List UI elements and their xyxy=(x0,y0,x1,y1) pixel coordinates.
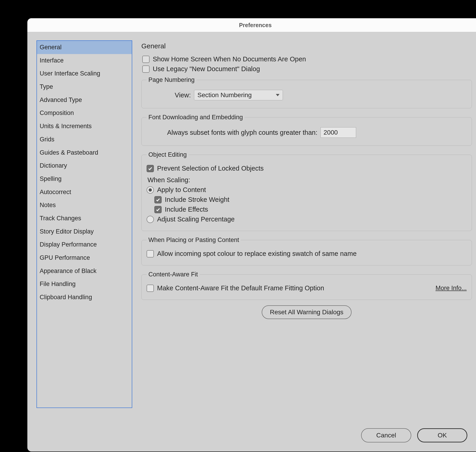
sidebar-item-label: GPU Performance xyxy=(40,254,90,261)
sidebar-item-label: Story Editor Display xyxy=(40,228,94,235)
legacy-new-doc-checkbox[interactable] xyxy=(142,66,150,73)
sidebar-item-gpu-performance[interactable]: GPU Performance xyxy=(37,251,132,265)
placing-legend: When Placing or Pasting Content xyxy=(147,237,241,244)
font-download-legend: Font Downloading and Embedding xyxy=(147,114,245,121)
sidebar-item-interface[interactable]: Interface xyxy=(37,54,132,67)
view-select-value: Section Numbering xyxy=(198,92,252,99)
allow-spot-label: Allow incoming spot colour to replace ex… xyxy=(157,250,357,258)
panel-heading: General xyxy=(141,42,472,50)
sidebar-item-label: Interface xyxy=(40,57,64,64)
check-icon xyxy=(156,207,160,212)
apply-to-content-label: Apply to Content xyxy=(157,186,206,194)
preferences-sidebar: General Interface User Interface Scaling… xyxy=(36,40,132,408)
view-select[interactable]: Section Numbering xyxy=(194,90,283,100)
apply-to-content-radio[interactable] xyxy=(147,186,154,194)
sidebar-item-dictionary[interactable]: Dictionary xyxy=(37,159,132,173)
sidebar-item-clipboard-handling[interactable]: Clipboard Handling xyxy=(37,291,132,304)
sidebar-item-notes[interactable]: Notes xyxy=(37,199,132,212)
include-stroke-checkbox[interactable] xyxy=(154,196,162,203)
sidebar-item-label: Advanced Type xyxy=(40,96,82,103)
sidebar-item-ui-scaling[interactable]: User Interface Scaling xyxy=(37,67,132,80)
show-home-label: Show Home Screen When No Documents Are O… xyxy=(153,55,306,63)
sidebar-item-guides-pasteboard[interactable]: Guides & Pasteboard xyxy=(37,146,132,160)
sidebar-item-file-handling[interactable]: File Handling xyxy=(37,278,132,291)
window-title: Preferences xyxy=(239,22,271,28)
sidebar-item-label: File Handling xyxy=(40,280,76,287)
sidebar-item-composition[interactable]: Composition xyxy=(37,106,132,120)
content-aware-legend: Content-Aware Fit xyxy=(147,271,200,278)
subset-value-input[interactable]: 2000 xyxy=(321,127,356,138)
sidebar-item-appearance-of-black[interactable]: Appearance of Black xyxy=(37,265,132,278)
sidebar-item-label: General xyxy=(40,44,62,51)
sidebar-item-label: Type xyxy=(40,83,53,90)
prevent-locked-checkbox[interactable] xyxy=(147,165,154,172)
sidebar-item-autocorrect[interactable]: Autocorrect xyxy=(37,186,132,199)
placing-group: When Placing or Pasting Content Allow in… xyxy=(141,237,472,266)
subset-label: Always subset fonts with glyph counts gr… xyxy=(167,129,317,136)
sidebar-item-label: Composition xyxy=(40,109,74,116)
sidebar-item-label: Spelling xyxy=(40,175,62,182)
ok-button[interactable]: OK xyxy=(417,428,467,442)
sidebar-item-display-performance[interactable]: Display Performance xyxy=(37,238,132,251)
allow-spot-checkbox[interactable] xyxy=(147,250,154,258)
sidebar-item-type[interactable]: Type xyxy=(37,80,132,93)
sidebar-item-label: Units & Increments xyxy=(40,123,92,130)
show-home-checkbox[interactable] xyxy=(142,56,150,63)
reset-warnings-button[interactable]: Reset All Warning Dialogs xyxy=(262,305,352,319)
adjust-scaling-radio[interactable] xyxy=(147,216,154,223)
font-download-group: Font Downloading and Embedding Always su… xyxy=(141,114,472,146)
sidebar-item-label: Clipboard Handling xyxy=(40,294,92,301)
adjust-scaling-label: Adjust Scaling Percentage xyxy=(157,215,235,223)
legacy-new-doc-label: Use Legacy "New Document" Dialog xyxy=(153,65,260,73)
sidebar-item-story-editor-display[interactable]: Story Editor Display xyxy=(37,225,132,238)
content-aware-group: Content-Aware Fit Make Content-Aware Fit… xyxy=(141,271,472,300)
sidebar-item-advanced-type[interactable]: Advanced Type xyxy=(37,93,132,107)
page-numbering-legend: Page Numbering xyxy=(147,76,197,83)
content-aware-default-label: Make Content-Aware Fit the Default Frame… xyxy=(157,284,324,292)
view-label: View: xyxy=(167,92,191,99)
sidebar-item-spelling[interactable]: Spelling xyxy=(37,173,132,186)
check-icon xyxy=(156,198,160,202)
sidebar-item-units-increments[interactable]: Units & Increments xyxy=(37,120,132,133)
sidebar-item-grids[interactable]: Grids xyxy=(37,133,132,146)
page-numbering-group: Page Numbering View: Section Numbering xyxy=(141,76,472,108)
sidebar-item-label: Appearance of Black xyxy=(40,267,96,274)
include-effects-label: Include Effects xyxy=(165,206,208,213)
dialog-footer: Cancel OK xyxy=(361,428,467,442)
sidebar-item-track-changes[interactable]: Track Changes xyxy=(37,212,132,225)
more-info-link[interactable]: More Info... xyxy=(436,285,467,292)
sidebar-item-label: Grids xyxy=(40,136,54,143)
cancel-button[interactable]: Cancel xyxy=(361,428,411,442)
sidebar-item-label: Dictionary xyxy=(40,162,67,169)
titlebar: Preferences xyxy=(27,18,476,32)
sidebar-item-label: Autocorrect xyxy=(40,189,71,195)
check-icon xyxy=(148,166,152,171)
when-scaling-label: When Scaling: xyxy=(147,176,467,184)
prevent-locked-label: Prevent Selection of Locked Objects xyxy=(157,165,264,172)
object-editing-legend: Object Editing xyxy=(147,151,189,158)
main-panel: General Show Home Screen When No Documen… xyxy=(141,40,474,428)
sidebar-item-label: User Interface Scaling xyxy=(40,70,100,77)
sidebar-item-general[interactable]: General xyxy=(37,41,132,54)
include-stroke-label: Include Stroke Weight xyxy=(165,196,229,203)
sidebar-item-label: Guides & Pasteboard xyxy=(40,149,98,156)
sidebar-item-label: Track Changes xyxy=(40,215,81,222)
sidebar-item-label: Display Performance xyxy=(40,241,97,248)
sidebar-item-label: Notes xyxy=(40,202,56,208)
preferences-window: Preferences General Interface User Inter… xyxy=(27,18,476,452)
include-effects-checkbox[interactable] xyxy=(154,206,162,213)
content-aware-default-checkbox[interactable] xyxy=(147,285,154,292)
object-editing-group: Object Editing Prevent Selection of Lock… xyxy=(141,151,472,231)
